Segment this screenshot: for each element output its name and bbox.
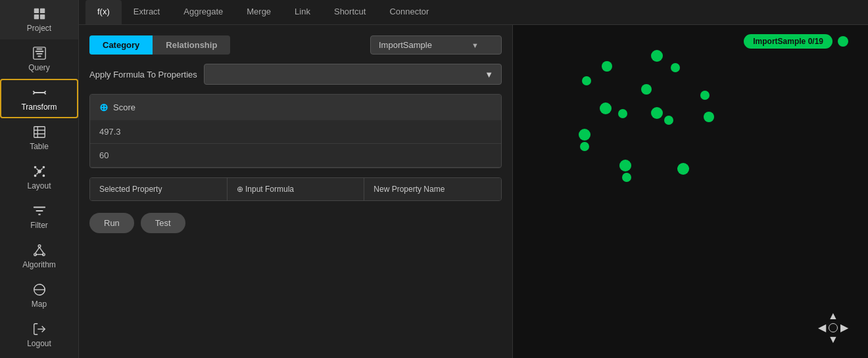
sidebar-item-filter[interactable]: Filter (0, 197, 78, 236)
graph-node (618, 109, 627, 118)
svg-rect-0 (34, 9, 38, 13)
score-value-1: 497.3 (90, 120, 501, 144)
graph-node (602, 61, 612, 72)
tab-merge[interactable]: Merge (235, 0, 283, 24)
graph-node (580, 142, 589, 151)
svg-rect-5 (34, 127, 45, 138)
svg-point-11 (42, 166, 45, 169)
svg-rect-3 (39, 14, 44, 19)
score-section: ⊕ Score 497.3 60 (89, 94, 502, 168)
sidebar-item-table[interactable]: Table (0, 118, 78, 158)
sidebar: Project Query Transform Table Layout Fil… (0, 0, 79, 358)
category-relationship-toggle: Category Relationship (89, 35, 230, 55)
tab-aggregate[interactable]: Aggregate (172, 0, 235, 24)
nav-left-arrow[interactable]: ◀ (818, 323, 826, 333)
category-button[interactable]: Category (89, 35, 153, 55)
panel: Category Relationship ImportSample ▼ App… (79, 25, 868, 358)
score-label: Score (113, 102, 135, 112)
left-panel: Category Relationship ImportSample ▼ App… (79, 25, 513, 358)
graph-node (579, 129, 591, 141)
graph-node (651, 107, 663, 119)
relationship-button[interactable]: Relationship (153, 35, 230, 55)
main-content: f(x) Extract Aggregate Merge Link Shortc… (79, 0, 868, 358)
sidebar-item-transform[interactable]: Transform (0, 79, 78, 118)
svg-line-15 (40, 168, 42, 170)
graph-node (671, 63, 680, 72)
graph-node (622, 173, 631, 182)
test-button[interactable]: Test (141, 213, 185, 233)
right-panel: ImportSample 0/19 ▲ ◀ ▶ ▼ (513, 25, 868, 358)
formula-property-dropdown[interactable]: ▼ (204, 64, 502, 85)
score-value-2: 60 (90, 144, 501, 168)
graph-node (664, 116, 673, 125)
dataset-dropdown-container: ImportSample ▼ (370, 35, 502, 55)
top-badge: ImportSample 0/19 (744, 34, 848, 49)
nav-right-arrow[interactable]: ▶ (840, 323, 848, 333)
table-col-input-formula: ⊕ Input Formula (228, 178, 365, 200)
sidebar-item-algorithm[interactable]: Algorithm (0, 236, 78, 276)
svg-rect-1 (39, 9, 44, 13)
table-col-selected-property: Selected Property (90, 178, 228, 200)
score-header[interactable]: ⊕ Score (90, 95, 501, 120)
graph-node (700, 91, 710, 100)
graph-node (651, 50, 663, 62)
svg-point-13 (42, 175, 45, 177)
table-header: Selected Property ⊕ Input Formula New Pr… (89, 177, 502, 201)
graph-node (582, 76, 591, 85)
status-dot (838, 36, 848, 47)
sidebar-item-map[interactable]: Map (0, 276, 78, 315)
sidebar-item-logout[interactable]: Logout (0, 315, 78, 355)
plus-icon: ⊕ (99, 101, 108, 114)
dataset-selected-value: ImportSample (379, 40, 432, 50)
sidebar-item-layout[interactable]: Layout (0, 158, 78, 197)
chevron-down-icon: ▼ (471, 41, 479, 49)
graph-node (641, 84, 652, 95)
graph-node (619, 160, 631, 171)
sidebar-item-home[interactable]: Home (0, 355, 78, 358)
tab-shortcut[interactable]: Shortcut (322, 0, 377, 24)
sidebar-item-project[interactable]: Project (0, 0, 78, 39)
svg-point-17 (38, 245, 41, 248)
sidebar-item-query[interactable]: Query (0, 39, 78, 79)
svg-point-10 (34, 166, 36, 169)
nav-down-arrow[interactable]: ▼ (828, 334, 838, 345)
run-button[interactable]: Run (89, 213, 134, 233)
action-row: Run Test (89, 210, 502, 233)
svg-point-12 (34, 175, 36, 177)
nav-center-control[interactable] (829, 323, 838, 332)
svg-line-21 (39, 247, 43, 253)
svg-rect-2 (34, 14, 38, 19)
tab-link[interactable]: Link (283, 0, 322, 24)
import-sample-badge: ImportSample 0/19 (744, 34, 832, 49)
formula-row: Apply Formula To Properties ▼ (89, 64, 502, 85)
tabs-bar: f(x) Extract Aggregate Merge Link Shortc… (79, 0, 868, 25)
graph-node (677, 163, 689, 175)
svg-line-20 (35, 247, 39, 253)
chevron-down-icon-formula: ▼ (485, 70, 493, 79)
nav-up-arrow[interactable]: ▲ (828, 311, 838, 321)
formula-label: Apply Formula To Properties (89, 70, 197, 79)
table-col-new-property-name: New Property Name (364, 178, 501, 200)
nav-controls: ▲ ◀ ▶ ▼ (818, 311, 848, 345)
svg-line-14 (36, 168, 38, 170)
tab-connector[interactable]: Connector (377, 0, 441, 24)
dataset-dropdown[interactable]: ImportSample ▼ (370, 35, 502, 55)
tab-extract[interactable]: Extract (122, 0, 172, 24)
svg-line-16 (36, 173, 38, 175)
tab-fx[interactable]: f(x) (85, 0, 122, 24)
graph-node (600, 102, 612, 114)
graph-node (704, 112, 714, 122)
